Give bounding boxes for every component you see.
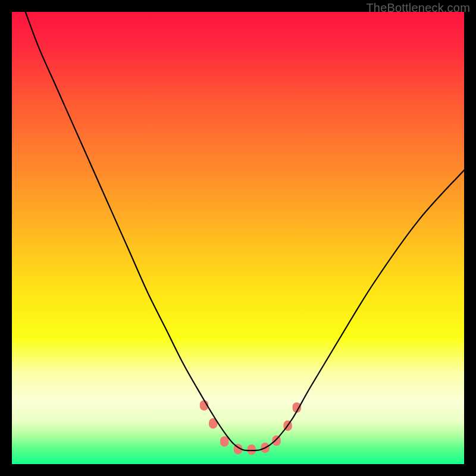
watermark-text: TheBottleneck.com — [366, 1, 470, 15]
curve-layer — [12, 12, 464, 464]
chart-frame: TheBottleneck.com — [0, 0, 476, 476]
marker — [220, 436, 228, 447]
bottleneck-curve — [26, 12, 464, 450]
marker — [248, 444, 256, 455]
plot-area — [12, 12, 464, 464]
